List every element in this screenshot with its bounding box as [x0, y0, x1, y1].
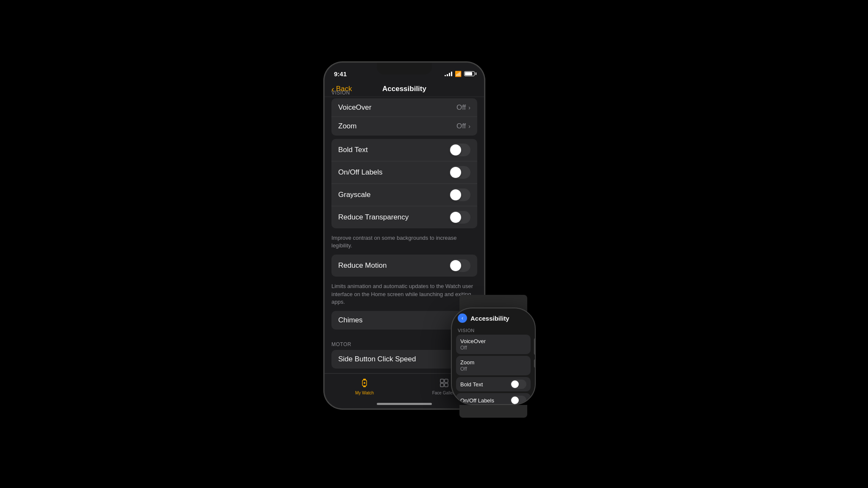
status-icons: 📶 [445, 71, 475, 77]
vision-group-2: Bold Text On/Off Labels Grayscale [331, 139, 477, 228]
voiceover-right: Off › [456, 103, 470, 112]
reduce-motion-label: Reduce Motion [338, 261, 387, 270]
grayscale-toggle-thumb [450, 189, 461, 200]
bold-text-toggle-thumb [450, 144, 461, 155]
scene: 9:41 📶 ‹ Ba [324, 62, 544, 426]
onoff-labels-toggle[interactable] [449, 166, 470, 179]
voiceover-chevron: › [468, 104, 470, 111]
transparency-description: Improve contrast on some backgrounds to … [325, 232, 484, 255]
watch-voiceover-row[interactable]: VoiceOver Off [456, 335, 531, 354]
vision-group-1: VoiceOver Off › Zoom Off › [331, 98, 477, 136]
grayscale-label: Grayscale [338, 191, 371, 199]
watch-bold-text-label: Bold Text [460, 381, 483, 388]
watch-side-button [534, 359, 536, 368]
chimes-label: Chimes [338, 316, 363, 324]
watch-header: ‹ Accessibility [456, 313, 531, 323]
zoom-value: Off [456, 122, 466, 130]
reduce-transparency-toggle[interactable] [449, 211, 470, 224]
watch-title: Accessibility [470, 315, 509, 322]
tab-my-watch[interactable]: My Watch [325, 377, 404, 395]
voiceover-label: VoiceOver [338, 103, 371, 112]
watch-back-button[interactable]: ‹ [458, 313, 467, 323]
my-watch-icon [359, 377, 370, 389]
svg-rect-1 [363, 379, 366, 380]
grayscale-toggle[interactable] [449, 189, 470, 201]
watch-zoom-row[interactable]: Zoom Off [456, 356, 531, 375]
bold-text-toggle[interactable] [449, 144, 470, 156]
reduce-transparency-toggle-thumb [450, 212, 461, 223]
reduce-motion-group: Reduce Motion [331, 255, 477, 277]
my-watch-label: My Watch [355, 391, 374, 395]
reduce-motion-toggle-thumb [450, 260, 461, 271]
reduce-motion-toggle[interactable] [449, 259, 470, 272]
zoom-label: Zoom [338, 122, 356, 130]
watch-bold-text-thumb [511, 380, 519, 388]
watch-onoff-labels-thumb [511, 396, 519, 404]
watch-onoff-labels-toggle[interactable] [510, 396, 526, 404]
svg-rect-2 [363, 385, 366, 387]
bold-text-row[interactable]: Bold Text [331, 139, 477, 161]
vision-section-header: VISION [325, 81, 484, 98]
watch-body: ‹ Accessibility VISION VoiceOver Off Zoo… [451, 308, 536, 405]
battery-icon [464, 71, 475, 76]
watch-bold-text-toggle[interactable] [510, 380, 526, 389]
watch-screen: ‹ Accessibility VISION VoiceOver Off Zoo… [452, 308, 535, 404]
watch-bold-text-row[interactable]: Bold Text [456, 377, 531, 391]
notch [377, 63, 432, 75]
watch-back-chevron: ‹ [462, 315, 463, 321]
voiceover-value: Off [456, 103, 466, 112]
home-indicator [377, 403, 432, 405]
reduce-transparency-label: Reduce Transparency [338, 213, 409, 222]
reduce-motion-row[interactable]: Reduce Motion [331, 255, 477, 277]
status-time: 9:41 [334, 70, 347, 78]
zoom-right: Off › [456, 122, 470, 130]
onoff-labels-toggle-thumb [450, 167, 461, 178]
onoff-labels-label: On/Off Labels [338, 168, 383, 177]
onoff-labels-row[interactable]: On/Off Labels [331, 161, 477, 184]
watch-voiceover-label: VoiceOver [460, 338, 526, 344]
reduce-transparency-row[interactable]: Reduce Transparency [331, 206, 477, 228]
watch-vision-header: VISION [456, 326, 531, 335]
bold-text-label: Bold Text [338, 146, 368, 154]
signal-icon [445, 71, 452, 76]
watch-onoff-labels-label: On/Off Labels [460, 397, 494, 404]
watch-zoom-value: Off [460, 366, 526, 372]
zoom-row[interactable]: Zoom Off › [331, 117, 477, 136]
wifi-icon: 📶 [455, 71, 462, 77]
apple-watch: ‹ Accessibility VISION VoiceOver Off Zoo… [442, 295, 544, 418]
svg-point-3 [364, 382, 365, 384]
zoom-chevron: › [468, 123, 470, 130]
grayscale-row[interactable]: Grayscale [331, 184, 477, 206]
watch-crown [534, 338, 536, 355]
watch-zoom-label: Zoom [460, 359, 526, 366]
watch-onoff-labels-row[interactable]: On/Off Labels [456, 393, 531, 404]
side-button-label: Side Button Click Speed [338, 355, 416, 363]
watch-voiceover-value: Off [460, 345, 526, 351]
watch-band-bottom [459, 405, 527, 418]
voiceover-row[interactable]: VoiceOver Off › [331, 98, 477, 117]
